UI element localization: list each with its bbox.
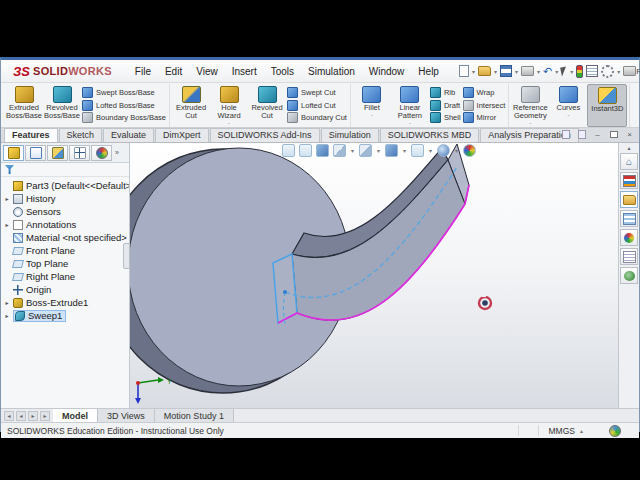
open-caret[interactable]: ▾ xyxy=(494,68,497,75)
revolved-boss-button[interactable]: Revolved Boss/Base xyxy=(43,84,81,127)
tree-filter-row[interactable] xyxy=(1,163,129,177)
file-properties-button[interactable] xyxy=(585,64,599,79)
tab-simulation[interactable]: Simulation xyxy=(321,128,379,142)
save-button[interactable] xyxy=(499,64,513,79)
sweep1-expand-arrow[interactable]: ▸ xyxy=(4,312,10,319)
unit-system-dropdown[interactable]: MMGS▴ xyxy=(549,426,584,436)
hole-wizard-button[interactable]: Hole Wizard- xyxy=(210,84,248,127)
annotations-expand-arrow[interactable]: ▸ xyxy=(4,221,10,228)
tab-model[interactable]: Model xyxy=(53,409,98,422)
curves-caret[interactable]: - xyxy=(567,112,569,118)
boss-extrude1-expand-arrow[interactable]: ▸ xyxy=(4,299,10,306)
menu-file[interactable]: File xyxy=(128,64,158,79)
zoom-fit-icon[interactable] xyxy=(282,144,295,157)
tree-item-sweep1[interactable]: ▸Sweep1 xyxy=(1,309,129,322)
mirror-button[interactable]: Mirror xyxy=(463,112,506,123)
tags-globe-icon[interactable] xyxy=(609,425,621,437)
tree-item-material[interactable]: Material <not specified> xyxy=(1,231,129,244)
taskpane-file-explorer-button[interactable] xyxy=(620,191,638,208)
tree-item-front-plane[interactable]: Front Plane xyxy=(1,244,129,257)
open-button[interactable] xyxy=(477,64,492,79)
display-style-caret[interactable]: ▾ xyxy=(403,147,406,154)
taskpane-appearances-button[interactable] xyxy=(620,229,638,246)
lofted-boss-button[interactable]: Lofted Boss/Base xyxy=(82,100,166,111)
sweep1-selected-row[interactable]: Sweep1 xyxy=(13,310,66,322)
previous-view-icon[interactable] xyxy=(316,144,329,157)
tab-nav-last[interactable]: ▸ xyxy=(40,411,50,421)
graphics-area[interactable]: ▾ ▾ ▾ ▾ ▾ xyxy=(130,143,618,408)
tree-item-right-plane[interactable]: Right Plane xyxy=(1,270,129,283)
doc-restore-button[interactable] xyxy=(607,129,620,140)
taskpane-design-library-button[interactable] xyxy=(620,172,638,189)
extruded-boss-button[interactable]: Extruded Boss/Base xyxy=(5,84,43,127)
curves-button[interactable]: Curves- xyxy=(549,84,587,127)
display-manager-tab[interactable] xyxy=(91,145,112,161)
lofted-cut-button[interactable]: Lofted Cut xyxy=(287,100,347,111)
qat-overflow-button[interactable]: R.. xyxy=(622,64,640,79)
hole-wizard-caret[interactable]: - xyxy=(228,120,230,126)
task-pane-collapse-chevron[interactable]: ▴ xyxy=(627,144,630,151)
revolved-cut-button[interactable]: Revolved Cut xyxy=(248,84,286,127)
reference-geometry-button[interactable]: Reference Geometry- xyxy=(511,84,549,127)
options-caret[interactable]: ▾ xyxy=(617,68,620,75)
print-caret[interactable]: ▾ xyxy=(537,68,540,75)
draft-button[interactable]: Draft xyxy=(430,100,461,111)
reference-geometry-caret[interactable]: - xyxy=(529,120,531,126)
undo-caret[interactable]: ▾ xyxy=(555,68,558,75)
intersect-button[interactable]: Intersect xyxy=(463,100,506,111)
boundary-boss-button[interactable]: Boundary Boss/Base xyxy=(82,112,166,123)
panel-collapse-handle[interactable] xyxy=(123,243,130,269)
section-view-icon[interactable] xyxy=(333,144,346,157)
taskpane-forum-button[interactable] xyxy=(620,267,638,284)
tree-item-origin[interactable]: Origin xyxy=(1,283,129,296)
view-orientation-caret[interactable]: ▾ xyxy=(377,147,380,154)
tab-nav-next[interactable]: ▸ xyxy=(28,411,38,421)
panel-tabs-overflow-chevron[interactable]: » xyxy=(115,149,119,156)
taskpane-view-palette-button[interactable] xyxy=(620,210,638,227)
hide-show-caret[interactable]: ▾ xyxy=(429,147,432,154)
taskpane-home-button[interactable]: ⌂ xyxy=(620,153,638,170)
feature-tree-tab[interactable] xyxy=(3,145,24,161)
view-orientation-icon[interactable] xyxy=(359,144,372,157)
dimxpert-manager-tab[interactable] xyxy=(69,145,90,161)
tab-sketch[interactable]: Sketch xyxy=(59,128,103,142)
instant3d-button[interactable]: Instant3D xyxy=(587,84,627,127)
tab-solidworks-add-ins[interactable]: SOLIDWORKS Add-Ins xyxy=(210,128,320,142)
configuration-manager-tab[interactable] xyxy=(47,145,68,161)
linear-pattern-button[interactable]: Linear Pattern- xyxy=(391,84,429,127)
taskpane-custom-properties-button[interactable] xyxy=(620,248,638,265)
rebuild-button[interactable] xyxy=(575,64,584,79)
menu-tools[interactable]: Tools xyxy=(264,64,301,79)
display-style-icon[interactable] xyxy=(385,144,398,157)
extruded-cut-button[interactable]: Extruded Cut xyxy=(172,84,210,127)
tab-solidworks-mbd[interactable]: SOLIDWORKS MBD xyxy=(380,128,480,142)
tab-dimxpert[interactable]: DimXpert xyxy=(155,128,209,142)
menu-help[interactable]: Help xyxy=(411,64,446,79)
model-canvas[interactable]: Y xyxy=(130,143,618,408)
doc-minimize-button[interactable]: – xyxy=(591,129,604,140)
tab-motion-study-1[interactable]: Motion Study 1 xyxy=(155,409,234,422)
undo-button[interactable]: ↶ xyxy=(542,64,553,79)
tab-nav-prev[interactable]: ◂ xyxy=(16,411,26,421)
new-document-button[interactable] xyxy=(458,64,470,79)
apply-scene-icon[interactable] xyxy=(463,144,476,157)
menu-window[interactable]: Window xyxy=(362,64,412,79)
pin-menu-icon[interactable] xyxy=(447,68,453,74)
save-caret[interactable]: ▾ xyxy=(515,68,518,75)
select-caret[interactable]: ▾ xyxy=(570,68,573,75)
edit-appearance-icon[interactable] xyxy=(437,144,450,157)
linear-pattern-caret[interactable]: - xyxy=(409,120,411,126)
doc-page-icon-b[interactable] xyxy=(575,129,588,140)
doc-page-icon-a[interactable] xyxy=(559,129,572,140)
menu-edit[interactable]: Edit xyxy=(158,64,189,79)
zoom-area-icon[interactable] xyxy=(299,144,312,157)
section-caret[interactable]: ▾ xyxy=(351,147,354,154)
swept-cut-button[interactable]: Swept Cut xyxy=(287,87,347,98)
options-button[interactable] xyxy=(600,64,615,79)
swept-boss-button[interactable]: Swept Boss/Base xyxy=(82,87,166,98)
doc-close-button[interactable]: × xyxy=(623,129,636,140)
tree-item-part3[interactable]: Part3 (Default<<Default>_Displa xyxy=(1,179,129,192)
tree-item-sensors[interactable]: Sensors xyxy=(1,205,129,218)
rib-button[interactable]: Rib xyxy=(430,87,461,98)
tree-item-top-plane[interactable]: Top Plane xyxy=(1,257,129,270)
